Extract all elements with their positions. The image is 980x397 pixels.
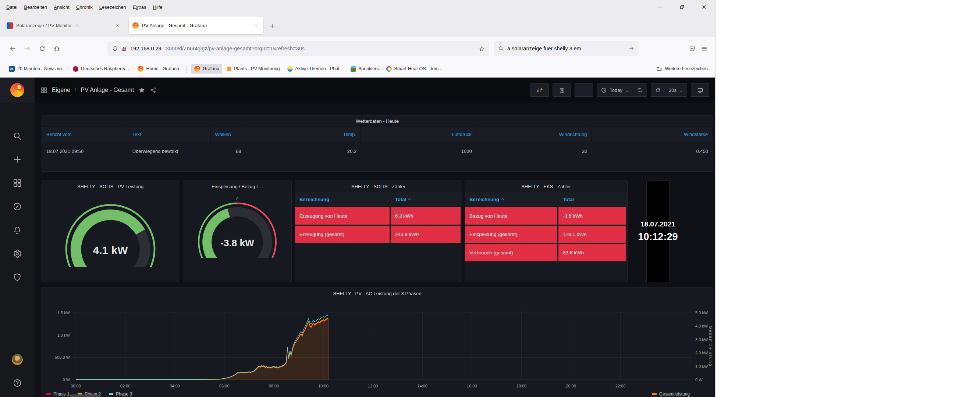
restore-button[interactable] (671, 0, 693, 14)
panel-title[interactable]: Einspeisung / Bezug L... (183, 181, 291, 192)
bookmark-items: 2020 Minuten - News vo...Deutsches Raspb… (6, 64, 445, 73)
search-icon[interactable] (13, 131, 22, 141)
share-icon[interactable] (150, 87, 157, 94)
bookmark-20-minuten-news-vo[interactable]: 2020 Minuten - News vo... (6, 64, 68, 73)
url-bar[interactable]: 192.168.0.29 :3000/d/Zn6r4gigz/pv-anlage… (107, 41, 489, 56)
dashboards-icon[interactable] (13, 178, 22, 188)
panel-title[interactable]: SHELLY - SOLIS - Zähler (295, 181, 462, 192)
tracking-protection-icon[interactable] (112, 46, 118, 52)
sprinkler-icon (351, 66, 356, 71)
menu-ansicht[interactable]: Ansicht (50, 3, 73, 11)
grafana-logo-icon (10, 83, 24, 97)
svg-text:22:00: 22:00 (616, 384, 626, 388)
meter-table-header: Bezeichnung ^Total (465, 192, 627, 206)
new-tab-button[interactable] (266, 20, 278, 32)
admin-icon[interactable] (13, 272, 22, 282)
breadcrumb-separator: / (75, 87, 76, 94)
weather-col-header[interactable]: Luftdruck (361, 127, 476, 141)
weather-col-header[interactable]: Windrichtung (476, 127, 592, 141)
meter-value-cell: -3.6 kWh (558, 207, 626, 225)
menu-lesezeichen[interactable]: Lesezeichen (96, 3, 129, 11)
reload-button[interactable] (35, 42, 49, 55)
insecure-lock-icon[interactable] (121, 46, 127, 52)
breadcrumb-folder[interactable]: Eigene (52, 87, 70, 94)
menu-chronik[interactable]: Chronik (73, 3, 96, 11)
plus-icon[interactable] (13, 155, 22, 164)
panel-title[interactable]: SHELLY - EKS - Zähler (465, 181, 627, 192)
save-dashboard-button[interactable] (552, 83, 571, 97)
bookmark-deutsches-raspberry[interactable]: Deutsches Raspberry ... (70, 64, 133, 73)
app-menu-icon[interactable] (701, 45, 708, 52)
tab-close-button[interactable] (113, 21, 121, 29)
legend-item-phase-1[interactable]: Phase 1 (46, 392, 70, 397)
weather-col-header[interactable]: Text (128, 127, 211, 141)
close-button[interactable] (693, 0, 715, 14)
tab-close-button[interactable] (251, 21, 260, 29)
refresh-button[interactable] (651, 84, 665, 96)
grafana-icon (194, 66, 200, 71)
bookmark-grafana[interactable]: Grafana (191, 64, 222, 73)
legend-item-gesamtleistung[interactable]: Gesamtleistung (652, 392, 690, 397)
bookmark-plants-pv-monitoring[interactable]: Plants - PV Monitoring (224, 64, 283, 73)
panel-title[interactable]: Wetterdaten - Heute (42, 116, 713, 127)
panel-title[interactable]: SHELLY - SOLIS - PV Leistung (42, 181, 179, 192)
weather-col-header[interactable]: Temp. (245, 127, 361, 141)
refresh-interval-picker[interactable]: 30s (665, 84, 687, 96)
weather-col-header[interactable]: Bericht vom (42, 127, 128, 141)
minimize-button[interactable] (649, 0, 671, 14)
dashboard-toolbar: Today 30s (530, 83, 709, 97)
col-header-bezeichnung[interactable]: Bezeichnung ^ (465, 192, 558, 206)
dashboard-grid-icon (40, 87, 48, 94)
minimize-icon (657, 4, 663, 10)
zoom-out-button[interactable] (633, 84, 647, 96)
meter-value-cell: 243.8 kWh (391, 226, 461, 243)
grafana-sidebar (0, 78, 35, 397)
bookmark-smart-heat-os-tem[interactable]: Smart-Heat-OS - Tem... (383, 64, 445, 73)
menu-extras[interactable]: Extras (129, 3, 150, 11)
bookmark-star-icon[interactable] (479, 46, 485, 52)
home-button[interactable] (49, 42, 64, 55)
col-header-total[interactable]: Total (558, 192, 626, 206)
user-avatar[interactable] (12, 354, 23, 365)
explore-icon[interactable] (13, 202, 22, 211)
help-icon[interactable] (13, 378, 22, 388)
configuration-icon[interactable] (13, 249, 22, 259)
other-bookmarks[interactable]: Weitere Lesezeichen (656, 66, 709, 71)
legend-item-phase-3[interactable]: Phase 3 (109, 392, 132, 397)
weather-cell: Überwiegend bewölkt (128, 141, 211, 160)
weather-col-header[interactable]: Windstärke (592, 127, 713, 141)
menu-hilfe[interactable]: Hilfe (150, 3, 166, 11)
weather-col-header[interactable]: Wolken (211, 127, 246, 141)
phase-chart[interactable]: 00:0002:0004:0006:0008:0010:0012:0014:00… (42, 299, 713, 391)
bookmark-sprinklers[interactable]: Sprinklers (348, 64, 382, 73)
dashboard-settings-button[interactable] (574, 83, 593, 97)
menu-bearbeiten[interactable]: Bearbeiten (21, 3, 50, 11)
meter-table-row: Verbrauch (gesamt)83.6 kWh (465, 244, 627, 261)
add-panel-button[interactable] (530, 83, 549, 97)
horizontal-scrollbar-thumb[interactable] (70, 394, 101, 397)
bookmark-aktive-themen-phot[interactable]: Aktive Themen - Phot... (284, 64, 346, 73)
search-go-icon[interactable] (628, 46, 634, 51)
favorite-star-icon[interactable] (138, 87, 145, 94)
col-header-bezeichnung[interactable]: Bezeichnung (295, 192, 391, 206)
menu-items: DateiBearbeitenAnsichtChronikLesezeichen… (3, 3, 166, 11)
weather-cell: 32 (476, 141, 592, 160)
bookmarks-overflow-chevrons[interactable] (649, 66, 656, 71)
grafana-logo-button[interactable] (0, 78, 35, 103)
search-input[interactable]: a solaranzeige fuer shelly 3 em (507, 46, 581, 51)
forward-button[interactable] (20, 42, 35, 55)
time-range-picker[interactable]: Today (597, 84, 633, 96)
back-button[interactable] (5, 42, 20, 55)
breadcrumb-dashboard-title[interactable]: PV Anlage - Gesamt (81, 87, 134, 94)
tab-grafana[interactable]: PV Anlage - Gesamt - Grafana (129, 17, 263, 34)
tv-mode-button[interactable] (691, 83, 709, 97)
bookmark-home-grafana[interactable]: Home - Grafana (135, 64, 182, 73)
tab-solaranzeige[interactable]: Solaranzeige / PV-Monitor - An (3, 17, 125, 34)
alerting-icon[interactable] (13, 225, 22, 235)
search-bar[interactable]: a solaranzeige fuer shelly 3 em (494, 41, 639, 56)
panel-title[interactable]: SHELLY - PV - AC Leistung der 3 Phasen (42, 288, 713, 299)
col-header-total[interactable]: Total ^ (391, 192, 461, 206)
pocket-icon[interactable] (689, 45, 696, 52)
svg-text:14:00: 14:00 (417, 384, 428, 388)
menu-datei[interactable]: Datei (3, 3, 21, 11)
